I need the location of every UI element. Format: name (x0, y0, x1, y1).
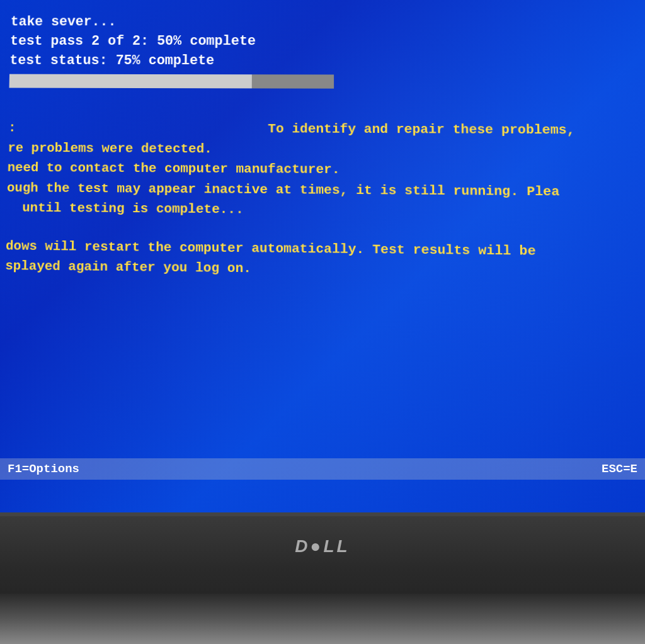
body-line-1: : To identify and repair these problems, (8, 118, 645, 141)
spacer1 (8, 101, 645, 121)
monitor-bezel: D●LL (0, 516, 645, 644)
test-pass-line: test pass 2 of 2: 50% complete (10, 32, 644, 52)
bottom-bar-right[interactable]: ESC=E (602, 462, 637, 476)
bottom-bar-left[interactable]: F1=Options (8, 462, 79, 476)
progress-bar-fill (9, 74, 252, 89)
screen-content: take sever... test pass 2 of 2: 50% comp… (0, 0, 645, 516)
monitor: take sever... test pass 2 of 2: 50% comp… (0, 0, 645, 644)
screen: take sever... test pass 2 of 2: 50% comp… (0, 0, 645, 516)
test-status-line: test status: 75% complete (9, 52, 645, 72)
progress-bar-container (9, 74, 334, 89)
title-line: take sever... (10, 12, 644, 32)
dell-logo: D●LL (295, 536, 350, 556)
dell-logo-text: D●LL (295, 536, 350, 556)
desk-surface (0, 594, 645, 644)
bottom-bar: F1=Options ESC=E (0, 458, 645, 480)
